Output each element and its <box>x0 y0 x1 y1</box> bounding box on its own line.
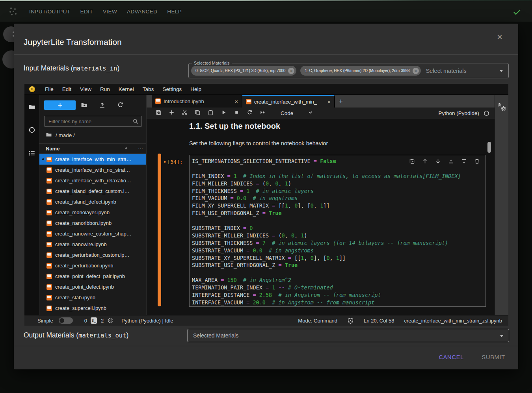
menubar-item-help[interactable]: HELP <box>167 9 182 15</box>
notebook-tab[interactable]: create_interface_with_min_× <box>242 95 335 108</box>
menubar-item-input-output[interactable]: INPUT/OUTPUT <box>29 9 71 15</box>
menubar-item-advanced[interactable]: ADVANCED <box>127 9 157 15</box>
insert-cell-above-icon[interactable] <box>448 158 454 166</box>
file-item[interactable]: create_nanowire_custom_shap… <box>39 228 146 239</box>
code-line: MAX_AREA = 150 # in Angstrom^2 <box>192 276 485 284</box>
dialog-close-icon[interactable]: × <box>497 32 502 42</box>
file-item[interactable]: create_nanowire.ipynb <box>39 239 146 250</box>
duplicate-cell-icon[interactable] <box>409 158 415 166</box>
breadcrumb[interactable]: / made / <box>46 132 75 139</box>
delete-cell-icon[interactable] <box>474 158 480 166</box>
tab-label: Introduction.ipynb <box>164 98 232 104</box>
restart-run-all-icon[interactable] <box>260 109 266 117</box>
notebook-file-icon <box>47 295 52 300</box>
sort-ascending-icon[interactable] <box>123 145 129 152</box>
move-cell-down-icon[interactable] <box>435 158 441 166</box>
file-item[interactable]: create_interface_with_no_strai… <box>39 165 146 175</box>
file-browser-icon[interactable] <box>28 103 35 112</box>
refresh-file-list-icon[interactable] <box>117 102 124 110</box>
new-launcher-button[interactable] <box>44 100 76 110</box>
file-item[interactable]: create_island_defect_custom.i… <box>39 186 146 196</box>
file-item[interactable]: create_monolayer.ipynb <box>39 207 146 218</box>
code-cell-editor[interactable]: IS_TERMINATIONS_SELECTION_INTERACTIVE = … <box>189 155 486 307</box>
home-folder-icon[interactable] <box>46 132 52 139</box>
code-line: SUBSTRATE_THICKNESS = 7 # in atomic laye… <box>192 239 485 247</box>
file-item[interactable]: create_nanoribbon.ipynb <box>39 218 146 228</box>
tab-close-icon[interactable]: × <box>327 98 331 105</box>
header-more-icon[interactable]: ⋯ <box>138 146 143 152</box>
jupyter-menu-kernel[interactable]: Kernel <box>114 86 138 92</box>
submit-button[interactable]: SUBMIT <box>479 354 508 361</box>
cut-cell-icon[interactable] <box>182 109 188 117</box>
jupyter-menu-help[interactable]: Help <box>186 86 206 92</box>
dropdown-caret-icon[interactable] <box>499 70 503 72</box>
file-item[interactable]: create_point_defect_pair.ipynb <box>39 271 146 282</box>
material-chip[interactable]: 0: SiO2, Quartz, HEX (P3_121) 3D (Bulk),… <box>191 66 296 76</box>
jupyter-menu-view[interactable]: View <box>76 86 96 92</box>
file-item[interactable]: create_perturbation.ipynb <box>39 260 146 271</box>
active-cell-indicator[interactable] <box>158 154 161 306</box>
file-item[interactable]: create_interface_with_relaxatio… <box>39 175 146 186</box>
new-tab-icon[interactable]: + <box>335 95 347 108</box>
dialog-title: JupyterLite Transformation <box>24 37 122 47</box>
kernel-chip-icon[interactable] <box>107 317 113 324</box>
notebook-tab[interactable]: Introduction.ipynb× <box>152 95 242 108</box>
simple-mode-toggle[interactable] <box>59 317 73 324</box>
upload-files-icon[interactable] <box>99 102 106 110</box>
file-item[interactable]: create_supercell.ipynb <box>39 303 146 313</box>
filter-files-input[interactable] <box>44 116 142 127</box>
save-icon[interactable] <box>156 109 162 117</box>
selected-materials-select[interactable]: Selected Materials 0: SiO2, Quartz, HEX … <box>188 63 509 78</box>
terminals-count: 0 <box>84 318 87 324</box>
file-item[interactable]: create_point_defect.ipynb <box>39 282 146 292</box>
jupyter-menu-file[interactable]: File <box>41 86 58 92</box>
file-item[interactable]: create_island_defect.ipynb <box>39 196 146 207</box>
file-name: create_interface_with_min_stra… <box>55 156 132 162</box>
running-kernels-icon[interactable] <box>28 126 35 135</box>
menubar-item-view[interactable]: VIEW <box>103 9 117 15</box>
mode-indicator[interactable]: Mode: Command <box>298 318 337 324</box>
paste-cell-icon[interactable] <box>208 109 214 117</box>
kernel-selector[interactable]: Python (Pyodide) <box>438 110 489 116</box>
menubar-item-edit[interactable]: EDIT <box>80 9 93 15</box>
notebook-file-icon <box>47 252 52 258</box>
jupyterlite-logo-icon <box>29 86 35 92</box>
file-name: create_island_defect_custom.i… <box>55 188 130 194</box>
file-list-header[interactable]: Name ⋯ <box>39 143 146 154</box>
jupyterlite-panel: FileEditViewRunKernelTabsSettingsHelp <box>24 84 508 326</box>
jupyter-menu-settings[interactable]: Settings <box>158 86 186 92</box>
file-item[interactable]: create_perturbation_custom.ip… <box>39 250 146 260</box>
apply-check-icon[interactable] <box>512 7 522 18</box>
move-cell-up-icon[interactable] <box>422 158 428 166</box>
cancel-button[interactable]: CANCEL <box>436 354 466 361</box>
table-of-contents-icon[interactable] <box>28 150 35 158</box>
run-cell-icon[interactable] <box>221 109 227 117</box>
file-item[interactable]: create_slab.ipynb <box>39 292 146 303</box>
jupyter-menu-edit[interactable]: Edit <box>58 86 76 92</box>
cell-type-dropdown[interactable]: Code <box>281 109 313 117</box>
breadcrumb-path[interactable]: / made / <box>56 132 75 138</box>
remove-chip-icon[interactable]: × <box>413 68 419 74</box>
output-materials-dropdown[interactable]: Selected Materials <box>187 329 509 342</box>
restart-kernel-icon[interactable] <box>247 109 253 117</box>
cursor-position[interactable]: Ln 20, Col 58 <box>364 318 394 324</box>
input-materials-label-suffix: ) <box>117 64 119 72</box>
trust-shield-icon[interactable] <box>347 317 354 324</box>
new-folder-icon[interactable] <box>81 102 87 110</box>
remove-chip-icon[interactable]: × <box>288 68 294 74</box>
name-column-header[interactable]: Name <box>46 146 60 152</box>
insert-cell-below-icon[interactable] <box>461 158 467 166</box>
file-item[interactable]: create_interface_with_min_stra… <box>39 154 146 165</box>
insert-cell-icon[interactable] <box>169 109 175 117</box>
copy-cell-icon[interactable] <box>195 109 201 117</box>
kernel-status-text[interactable]: Python (Pyodide) | Idle <box>121 318 173 324</box>
app-logo-icon[interactable] <box>9 7 18 16</box>
terminal-icon[interactable]: $_ <box>91 317 97 324</box>
material-chip[interactable]: 1: C, Graphene, HEX (P6/mmm) 2D (Monolay… <box>300 66 420 76</box>
jupyter-menu-tabs[interactable]: Tabs <box>138 86 158 92</box>
tab-close-icon[interactable]: × <box>234 98 238 105</box>
notebook-file-icon <box>47 274 52 279</box>
stop-kernel-icon[interactable] <box>234 109 240 117</box>
notebook-scrollbar[interactable] <box>487 142 491 153</box>
jupyter-menu-run[interactable]: Run <box>96 86 114 92</box>
